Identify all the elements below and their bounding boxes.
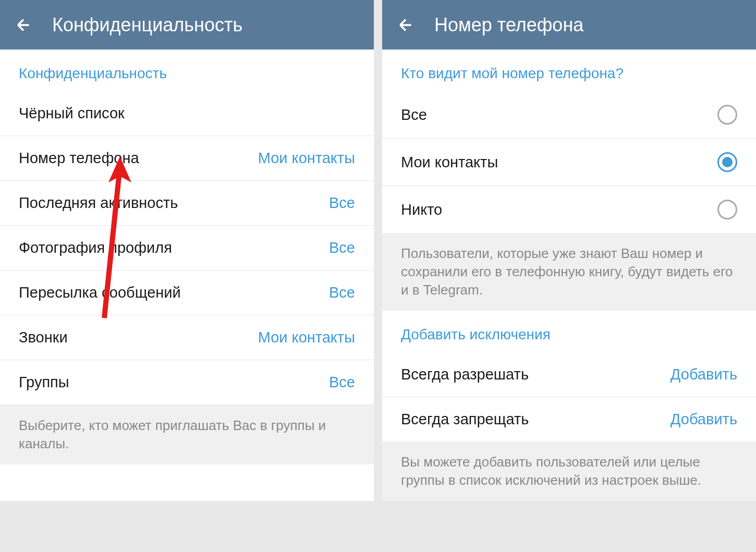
radio-option-everybody[interactable]: Все [382,91,756,139]
option-label: Мои контакты [401,154,498,171]
arrow-left-icon [396,16,415,34]
arrow-left-icon [14,16,33,34]
back-button[interactable] [10,12,36,38]
info-groups: Выберите, кто может приглашать Вас в гру… [0,405,374,464]
row-label: Чёрный список [19,105,125,122]
row-profile-photo[interactable]: Фотография профиля Все [0,226,374,271]
radio-icon-selected [717,152,737,172]
phone-number-screen: Номер телефона Кто видит мой номер телеф… [382,0,756,501]
row-always-deny[interactable]: Всегда запрещать Добавить [382,397,756,441]
section-header-who-sees: Кто видит мой номер телефона? [382,50,756,91]
row-groups[interactable]: Группы Все [0,360,374,405]
option-label: Никто [401,201,442,218]
row-label: Звонки [19,329,68,346]
header-bar: Конфиденциальность [0,0,374,50]
radio-option-nobody[interactable]: Никто [382,186,756,233]
section-header-privacy: Конфиденциальность [0,50,374,91]
row-action: Добавить [670,411,737,428]
row-always-allow[interactable]: Всегда разрешать Добавить [382,352,756,397]
radio-icon [717,105,737,125]
back-button[interactable] [393,12,419,38]
radio-icon [717,200,737,219]
row-label: Пересылка сообщений [19,284,181,301]
row-phone-number[interactable]: Номер телефона Мои контакты [0,136,374,181]
row-label: Последняя активность [19,194,178,212]
row-value: Все [329,239,355,256]
info-phone-visibility: Пользователи, которые уже знают Ваш номе… [382,233,756,311]
option-label: Все [401,106,427,124]
row-value: Все [329,284,355,301]
row-value: Все [329,374,355,391]
row-forwarded-messages[interactable]: Пересылка сообщений Все [0,271,374,315]
row-calls[interactable]: Звонки Мои контакты [0,315,374,360]
row-value: Все [329,194,355,212]
section-header-exceptions: Добавить исключения [382,311,756,352]
row-value: Мои контакты [258,150,355,167]
info-exceptions: Вы можете добавить пользователей или цел… [382,441,756,501]
row-last-seen[interactable]: Последняя активность Все [0,181,374,226]
page-title: Конфиденциальность [52,14,242,36]
row-label: Группы [19,374,69,391]
row-value: Мои контакты [258,329,355,346]
radio-option-contacts[interactable]: Мои контакты [382,139,756,186]
page-title: Номер телефона [434,14,583,36]
privacy-screen: Конфиденциальность Конфиденциальность Чё… [0,0,374,501]
row-label: Всегда запрещать [401,411,529,428]
row-label: Всегда разрешать [401,366,529,383]
row-label: Фотография профиля [19,239,172,256]
row-action: Добавить [670,366,737,383]
row-label: Номер телефона [19,150,139,167]
header-bar: Номер телефона [382,0,756,50]
row-blacklist[interactable]: Чёрный список [0,91,374,136]
